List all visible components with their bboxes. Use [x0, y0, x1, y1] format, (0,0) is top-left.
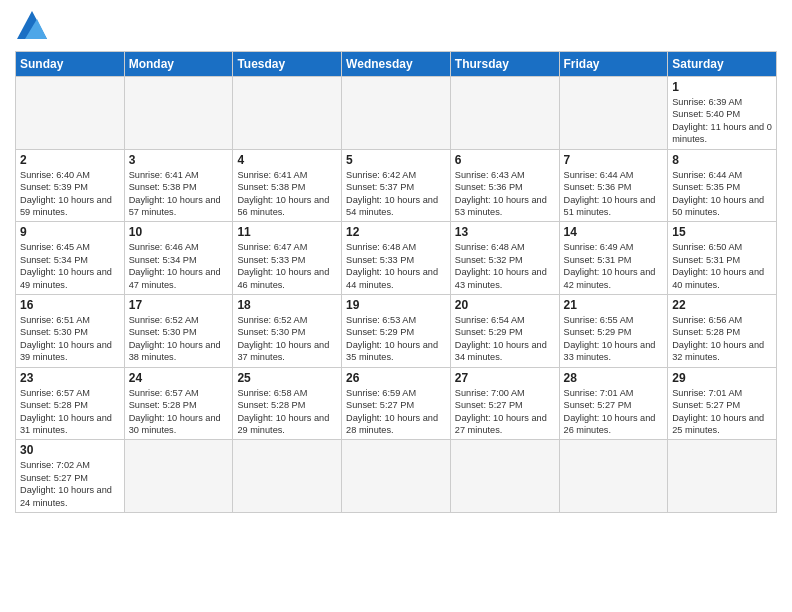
calendar-cell: 17Sunrise: 6:52 AM Sunset: 5:30 PM Dayli…: [124, 295, 233, 368]
calendar-cell: 29Sunrise: 7:01 AM Sunset: 5:27 PM Dayli…: [668, 367, 777, 440]
day-number: 22: [672, 298, 772, 312]
day-number: 16: [20, 298, 120, 312]
day-info: Sunrise: 6:53 AM Sunset: 5:29 PM Dayligh…: [346, 314, 446, 364]
calendar-cell: 5Sunrise: 6:42 AM Sunset: 5:37 PM Daylig…: [342, 149, 451, 222]
calendar-week-4: 23Sunrise: 6:57 AM Sunset: 5:28 PM Dayli…: [16, 367, 777, 440]
calendar-header-saturday: Saturday: [668, 52, 777, 77]
day-number: 29: [672, 371, 772, 385]
calendar-cell: 10Sunrise: 6:46 AM Sunset: 5:34 PM Dayli…: [124, 222, 233, 295]
day-number: 2: [20, 153, 120, 167]
calendar-week-1: 2Sunrise: 6:40 AM Sunset: 5:39 PM Daylig…: [16, 149, 777, 222]
day-number: 3: [129, 153, 229, 167]
day-info: Sunrise: 6:59 AM Sunset: 5:27 PM Dayligh…: [346, 387, 446, 437]
day-number: 26: [346, 371, 446, 385]
calendar-cell: 6Sunrise: 6:43 AM Sunset: 5:36 PM Daylig…: [450, 149, 559, 222]
calendar-header-wednesday: Wednesday: [342, 52, 451, 77]
day-info: Sunrise: 7:01 AM Sunset: 5:27 PM Dayligh…: [564, 387, 664, 437]
day-info: Sunrise: 7:01 AM Sunset: 5:27 PM Dayligh…: [672, 387, 772, 437]
day-number: 14: [564, 225, 664, 239]
calendar-cell: [342, 77, 451, 150]
day-number: 30: [20, 443, 120, 457]
day-number: 20: [455, 298, 555, 312]
day-number: 10: [129, 225, 229, 239]
day-info: Sunrise: 6:50 AM Sunset: 5:31 PM Dayligh…: [672, 241, 772, 291]
day-number: 27: [455, 371, 555, 385]
day-number: 28: [564, 371, 664, 385]
calendar-cell: 24Sunrise: 6:57 AM Sunset: 5:28 PM Dayli…: [124, 367, 233, 440]
day-info: Sunrise: 6:48 AM Sunset: 5:32 PM Dayligh…: [455, 241, 555, 291]
calendar-cell: 25Sunrise: 6:58 AM Sunset: 5:28 PM Dayli…: [233, 367, 342, 440]
calendar-cell: [559, 440, 668, 513]
day-info: Sunrise: 6:41 AM Sunset: 5:38 PM Dayligh…: [237, 169, 337, 219]
day-info: Sunrise: 6:54 AM Sunset: 5:29 PM Dayligh…: [455, 314, 555, 364]
calendar: SundayMondayTuesdayWednesdayThursdayFrid…: [15, 51, 777, 513]
calendar-cell: 7Sunrise: 6:44 AM Sunset: 5:36 PM Daylig…: [559, 149, 668, 222]
day-info: Sunrise: 6:45 AM Sunset: 5:34 PM Dayligh…: [20, 241, 120, 291]
day-number: 19: [346, 298, 446, 312]
calendar-cell: 27Sunrise: 7:00 AM Sunset: 5:27 PM Dayli…: [450, 367, 559, 440]
calendar-cell: [124, 77, 233, 150]
calendar-header-tuesday: Tuesday: [233, 52, 342, 77]
calendar-cell: 4Sunrise: 6:41 AM Sunset: 5:38 PM Daylig…: [233, 149, 342, 222]
day-number: 9: [20, 225, 120, 239]
calendar-cell: 14Sunrise: 6:49 AM Sunset: 5:31 PM Dayli…: [559, 222, 668, 295]
day-number: 8: [672, 153, 772, 167]
calendar-cell: 30Sunrise: 7:02 AM Sunset: 5:27 PM Dayli…: [16, 440, 125, 513]
calendar-cell: [233, 440, 342, 513]
day-info: Sunrise: 6:40 AM Sunset: 5:39 PM Dayligh…: [20, 169, 120, 219]
day-info: Sunrise: 6:51 AM Sunset: 5:30 PM Dayligh…: [20, 314, 120, 364]
day-info: Sunrise: 6:43 AM Sunset: 5:36 PM Dayligh…: [455, 169, 555, 219]
calendar-header-friday: Friday: [559, 52, 668, 77]
calendar-header-sunday: Sunday: [16, 52, 125, 77]
day-info: Sunrise: 6:57 AM Sunset: 5:28 PM Dayligh…: [129, 387, 229, 437]
day-info: Sunrise: 6:52 AM Sunset: 5:30 PM Dayligh…: [237, 314, 337, 364]
day-info: Sunrise: 6:44 AM Sunset: 5:36 PM Dayligh…: [564, 169, 664, 219]
calendar-cell: 21Sunrise: 6:55 AM Sunset: 5:29 PM Dayli…: [559, 295, 668, 368]
calendar-cell: [342, 440, 451, 513]
day-number: 4: [237, 153, 337, 167]
calendar-cell: [16, 77, 125, 150]
day-number: 1: [672, 80, 772, 94]
day-info: Sunrise: 6:58 AM Sunset: 5:28 PM Dayligh…: [237, 387, 337, 437]
calendar-week-3: 16Sunrise: 6:51 AM Sunset: 5:30 PM Dayli…: [16, 295, 777, 368]
calendar-cell: [124, 440, 233, 513]
day-number: 17: [129, 298, 229, 312]
day-number: 11: [237, 225, 337, 239]
day-info: Sunrise: 6:41 AM Sunset: 5:38 PM Dayligh…: [129, 169, 229, 219]
calendar-header-row: SundayMondayTuesdayWednesdayThursdayFrid…: [16, 52, 777, 77]
calendar-week-2: 9Sunrise: 6:45 AM Sunset: 5:34 PM Daylig…: [16, 222, 777, 295]
calendar-cell: 20Sunrise: 6:54 AM Sunset: 5:29 PM Dayli…: [450, 295, 559, 368]
calendar-cell: 13Sunrise: 6:48 AM Sunset: 5:32 PM Dayli…: [450, 222, 559, 295]
day-info: Sunrise: 6:52 AM Sunset: 5:30 PM Dayligh…: [129, 314, 229, 364]
calendar-week-5: 30Sunrise: 7:02 AM Sunset: 5:27 PM Dayli…: [16, 440, 777, 513]
calendar-cell: [559, 77, 668, 150]
calendar-cell: 18Sunrise: 6:52 AM Sunset: 5:30 PM Dayli…: [233, 295, 342, 368]
calendar-cell: 8Sunrise: 6:44 AM Sunset: 5:35 PM Daylig…: [668, 149, 777, 222]
calendar-week-0: 1Sunrise: 6:39 AM Sunset: 5:40 PM Daylig…: [16, 77, 777, 150]
calendar-cell: 22Sunrise: 6:56 AM Sunset: 5:28 PM Dayli…: [668, 295, 777, 368]
day-number: 13: [455, 225, 555, 239]
day-number: 5: [346, 153, 446, 167]
calendar-cell: 15Sunrise: 6:50 AM Sunset: 5:31 PM Dayli…: [668, 222, 777, 295]
page: SundayMondayTuesdayWednesdayThursdayFrid…: [0, 0, 792, 523]
calendar-cell: 3Sunrise: 6:41 AM Sunset: 5:38 PM Daylig…: [124, 149, 233, 222]
day-number: 18: [237, 298, 337, 312]
calendar-cell: 16Sunrise: 6:51 AM Sunset: 5:30 PM Dayli…: [16, 295, 125, 368]
day-info: Sunrise: 6:48 AM Sunset: 5:33 PM Dayligh…: [346, 241, 446, 291]
day-info: Sunrise: 6:39 AM Sunset: 5:40 PM Dayligh…: [672, 96, 772, 146]
day-number: 23: [20, 371, 120, 385]
calendar-cell: 1Sunrise: 6:39 AM Sunset: 5:40 PM Daylig…: [668, 77, 777, 150]
calendar-cell: 26Sunrise: 6:59 AM Sunset: 5:27 PM Dayli…: [342, 367, 451, 440]
day-info: Sunrise: 7:00 AM Sunset: 5:27 PM Dayligh…: [455, 387, 555, 437]
calendar-cell: [233, 77, 342, 150]
calendar-header-monday: Monday: [124, 52, 233, 77]
day-number: 25: [237, 371, 337, 385]
day-number: 7: [564, 153, 664, 167]
calendar-cell: 19Sunrise: 6:53 AM Sunset: 5:29 PM Dayli…: [342, 295, 451, 368]
calendar-cell: [668, 440, 777, 513]
calendar-cell: [450, 77, 559, 150]
calendar-cell: 23Sunrise: 6:57 AM Sunset: 5:28 PM Dayli…: [16, 367, 125, 440]
logo-icon: [17, 11, 47, 39]
calendar-cell: 28Sunrise: 7:01 AM Sunset: 5:27 PM Dayli…: [559, 367, 668, 440]
day-info: Sunrise: 6:49 AM Sunset: 5:31 PM Dayligh…: [564, 241, 664, 291]
